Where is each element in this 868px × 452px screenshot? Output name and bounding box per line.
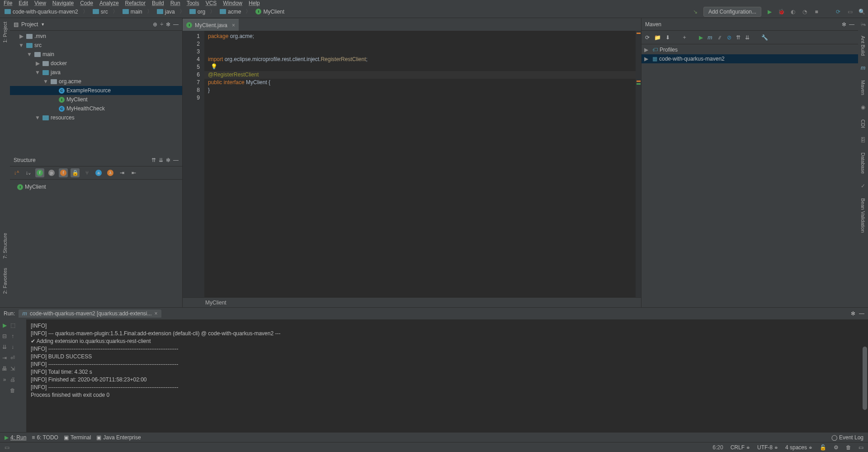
maven-settings-icon[interactable]: 🔧 <box>761 34 768 41</box>
close-tab-icon[interactable]: × <box>232 22 235 29</box>
breadcrumb-main[interactable]: main <box>121 8 144 16</box>
rail-cdi[interactable]: CDI <box>860 119 866 128</box>
run-icon[interactable]: ▶ <box>699 34 703 41</box>
menu-vcs[interactable]: VCS <box>206 0 217 6</box>
locate-icon[interactable]: ⊕ <box>153 21 157 28</box>
update-project-icon[interactable]: ⟳ <box>835 8 842 15</box>
scrollbar[interactable] <box>863 347 867 410</box>
close-tab-icon[interactable]: × <box>155 310 158 317</box>
tree-item-myclient[interactable]: IMyClient <box>10 95 182 104</box>
hide-icon[interactable]: — <box>173 157 179 163</box>
bean-icon[interactable]: ✓ <box>861 183 865 189</box>
coverage-icon[interactable]: ◐ <box>789 8 797 15</box>
export-icon[interactable]: 🖶 <box>2 366 7 372</box>
show-non-public-icon[interactable]: f <box>59 168 68 177</box>
tree-item-docker[interactable]: ▶docker <box>10 59 182 68</box>
sort-visibility-icon[interactable]: ↓ᵥ <box>24 168 33 177</box>
tree-item-src[interactable]: ▼src <box>10 41 182 50</box>
rail-favorites[interactable]: 2: Favorites <box>2 268 8 294</box>
tree-item-org-acme[interactable]: ▼org.acme <box>10 77 182 86</box>
menu-window[interactable]: Window <box>223 0 242 6</box>
editor[interactable]: 123456789 💡 package org.acme; import org… <box>183 31 641 297</box>
toggle-skip-tests-icon[interactable]: ⊘ <box>727 34 731 41</box>
restore-layout-icon[interactable]: ⇊ <box>2 344 7 350</box>
expand-arrow-icon[interactable]: ▼ <box>26 51 33 57</box>
tree-item-java[interactable]: ▼java <box>10 68 182 77</box>
breadcrumb-src[interactable]: src <box>91 8 110 16</box>
show-fields-icon[interactable]: f <box>35 168 44 177</box>
stop-icon[interactable]: ⊟ <box>2 333 7 339</box>
expand-arrow-icon[interactable]: ▼ <box>34 69 41 76</box>
expand-icon[interactable]: ⇊ <box>745 34 750 41</box>
download-icon[interactable]: ⬇ <box>665 34 670 41</box>
rail-structure[interactable]: 7: Structure <box>2 233 8 259</box>
tab-todo[interactable]: ≡6: TODO <box>32 434 58 441</box>
editor-breadcrumb[interactable]: MyClient <box>183 297 641 307</box>
rail-database[interactable]: Database <box>860 152 866 174</box>
hide-icon[interactable]: — <box>859 310 864 317</box>
up-icon[interactable]: ↑ <box>11 333 14 339</box>
expand-all-icon[interactable]: ⇈ <box>151 157 156 163</box>
breadcrumb-acme[interactable]: acme <box>218 8 243 16</box>
menu-file[interactable]: File <box>4 0 12 6</box>
breadcrumb-file[interactable]: IMyClient <box>254 8 286 16</box>
hide-icon[interactable]: — <box>173 21 179 28</box>
expand-arrow-icon[interactable]: ▼ <box>18 42 24 48</box>
profile-icon[interactable]: ◔ <box>801 8 808 15</box>
cdi-icon[interactable]: ◉ <box>861 104 865 110</box>
menu-edit[interactable]: Edit <box>19 0 28 6</box>
encoding[interactable]: UTF-8≑ <box>757 444 778 451</box>
ide-errors-icon[interactable]: ▭ <box>859 444 863 451</box>
show-anonymous-icon[interactable]: a <box>94 168 103 177</box>
expand-arrow-icon[interactable]: ▶ <box>34 60 41 67</box>
maven-tree[interactable]: ▶ 🏷 Profiles ▶ ▦ code-with-quarkus-maven… <box>642 44 858 307</box>
add-icon[interactable]: ＋ <box>682 33 687 41</box>
show-properties-icon[interactable]: p <box>47 168 56 177</box>
generate-sources-icon[interactable]: 📁 <box>654 34 661 41</box>
stop-icon[interactable]: ■ <box>813 8 820 15</box>
project-tree[interactable]: ▶.mvn▼src▼main▶docker▼java▼org.acmeCExam… <box>10 31 182 154</box>
clear-icon[interactable]: 🖨 <box>10 376 15 383</box>
tree-item-main[interactable]: ▼main <box>10 50 182 59</box>
maven-profiles[interactable]: ▶ 🏷 Profiles <box>642 45 858 54</box>
intention-bulb-icon[interactable]: 💡 <box>211 63 217 71</box>
attach-icon[interactable]: ⬚ <box>10 322 15 328</box>
tab-terminal[interactable]: ▣Terminal <box>64 434 91 441</box>
menu-refactor[interactable]: Refactor <box>125 0 146 6</box>
rail-project[interactable]: 1: Project <box>2 22 8 43</box>
rail-maven[interactable]: Maven <box>860 80 866 95</box>
scroll-to-end-icon[interactable]: ⇲ <box>10 366 15 372</box>
menu-code[interactable]: Code <box>80 0 93 6</box>
hide-icon[interactable]: — <box>849 21 854 28</box>
expand-arrow-icon[interactable]: ▼ <box>34 114 41 121</box>
settings-icon[interactable]: ✻ <box>166 21 170 28</box>
caret-position[interactable]: 6:20 <box>712 444 723 451</box>
menu-analyze[interactable]: Analyze <box>99 0 119 6</box>
execute-goal-icon[interactable]: m <box>708 34 712 41</box>
memory-icon[interactable]: 🗑 <box>846 444 851 451</box>
show-lambdas-icon[interactable]: λ <box>106 168 115 177</box>
soft-wrap-icon[interactable]: ⏎ <box>10 355 15 361</box>
collapse-icon[interactable]: ⇈ <box>736 34 741 41</box>
run-console[interactable]: [INFO][INFO] --- quarkus-maven-plugin:1.… <box>26 319 868 432</box>
menu-tools[interactable]: Tools <box>187 0 199 6</box>
code-area[interactable]: 💡 package org.acme; import org.eclipse.m… <box>204 31 636 297</box>
autoscroll-source-icon[interactable]: ⇥ <box>118 168 127 177</box>
collapse-all-icon[interactable]: ⇊ <box>159 157 163 163</box>
breadcrumb-org[interactable]: org <box>188 8 207 16</box>
project-panel-title[interactable]: Project <box>21 21 38 28</box>
expand-arrow-icon[interactable]: ▼ <box>42 78 49 85</box>
settings-icon[interactable]: ✻ <box>851 310 855 317</box>
menu-run[interactable]: Run <box>170 0 180 6</box>
search-everywhere-icon[interactable]: 🔍 <box>858 8 865 15</box>
reload-icon[interactable]: ⟳ <box>645 34 650 41</box>
collapse-icon[interactable]: ÷ <box>160 21 163 28</box>
tree-item-exampleresource[interactable]: CExampleResource <box>10 86 182 95</box>
structure-tree[interactable]: I MyClient <box>10 180 182 307</box>
debug-icon[interactable]: 🐞 <box>778 8 785 15</box>
tab-run[interactable]: ▶4: Run <box>5 434 26 441</box>
menu-help[interactable]: Help <box>249 0 260 6</box>
project-structure-icon[interactable]: ▭ <box>846 8 854 15</box>
run-icon[interactable]: ▶ <box>766 8 773 15</box>
tree-item--mvn[interactable]: ▶.mvn <box>10 32 182 41</box>
